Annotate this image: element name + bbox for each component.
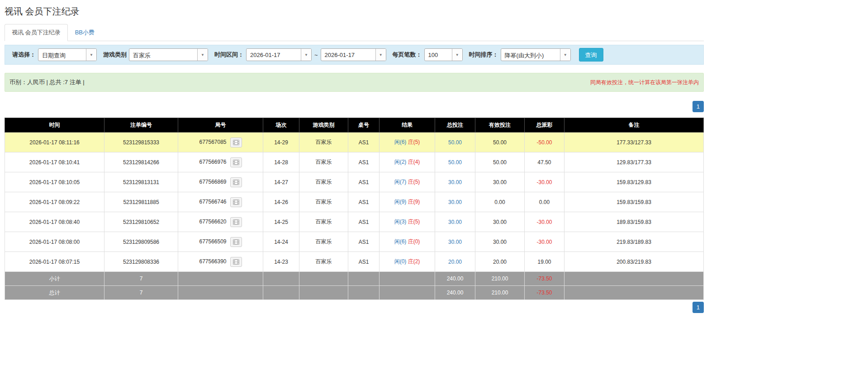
round-number: 677566746 — [199, 199, 226, 205]
column-header: 有效投注 — [475, 118, 525, 133]
video-replay-icon[interactable] — [230, 197, 242, 207]
page-1-button[interactable]: 1 — [693, 302, 704, 313]
pagination-top: 1 — [5, 101, 704, 112]
video-replay-icon[interactable] — [230, 138, 242, 147]
summary-label-cell: 小计 — [5, 272, 104, 286]
note-cell: 177.33/127.33 — [564, 133, 704, 152]
result-banker: 庄(4) — [408, 159, 420, 165]
total-bet-cell: 30.00 — [435, 212, 475, 232]
date-to-value: 2026-01-17 — [321, 49, 375, 61]
tab-betting-records[interactable]: 视讯 会员下注纪录 — [5, 24, 68, 41]
total-bet-cell: 50.00 — [435, 133, 475, 152]
payout-cell: -50.00 — [525, 133, 564, 152]
total-bet-link[interactable]: 20.00 — [448, 259, 462, 265]
note-cell: 189.83/159.83 — [564, 212, 704, 232]
caret-down-icon[interactable]: ▼ — [86, 49, 96, 61]
total-bet-link[interactable]: 30.00 — [448, 219, 462, 225]
valid-bet-cell: 50.00 — [475, 152, 525, 172]
filter-group-per-page: 每页笔数： 100 ▼ — [389, 48, 463, 61]
result-cell: 闲(6) 庄(0) — [379, 232, 435, 252]
bet-id-cell: 523129815333 — [104, 133, 178, 152]
filter-group-game-type: 游戏类别 百家乐 ▼ — [100, 48, 208, 61]
time-cell: 2026-01-17 08:07:15 — [5, 252, 104, 272]
table-row: 2026-01-17 08:07:15523129808336677566390… — [5, 252, 704, 272]
result-player: 闲(7) — [394, 179, 407, 185]
caret-down-icon[interactable]: ▼ — [452, 49, 462, 61]
sort-dropdown[interactable]: 降幂(由大到小) ▼ — [501, 48, 571, 61]
session-cell: 14-29 — [263, 133, 299, 152]
summary-valid-bet-cell: 210.00 — [475, 286, 525, 300]
per-page-label: 每页笔数： — [393, 51, 422, 59]
round-number: 677566620 — [199, 218, 226, 225]
round-cell: 677566390 — [178, 252, 263, 272]
summary-empty-cell — [379, 286, 435, 300]
per-page-value: 100 — [425, 49, 452, 61]
total-bet-link[interactable]: 50.00 — [448, 159, 462, 166]
game-type-cell: 百家乐 — [299, 192, 348, 212]
video-replay-icon[interactable] — [230, 177, 242, 187]
date-to-picker[interactable]: 2026-01-17 ▼ — [321, 48, 386, 61]
result-cell: 闲(3) 庄(5) — [379, 212, 435, 232]
sort-label: 时间排序： — [469, 51, 498, 59]
game-type-cell: 百家乐 — [299, 172, 348, 192]
total-bet-link[interactable]: 30.00 — [448, 199, 462, 205]
round-number: 677566509 — [199, 238, 226, 245]
column-header: 桌号 — [348, 118, 379, 133]
column-header: 总派彩 — [525, 118, 564, 133]
payout-cell: 47.50 — [525, 152, 564, 172]
video-replay-icon[interactable] — [230, 237, 242, 247]
main-container: 视讯 会员下注纪录 视讯 会员下注纪录 BB小费 请选择： 日期查询 ▼ 游戏类… — [5, 0, 704, 313]
game-type-dropdown[interactable]: 百家乐 ▼ — [129, 48, 208, 61]
summary-empty-cell — [263, 272, 299, 286]
total-bet-link[interactable]: 30.00 — [448, 239, 462, 245]
caret-down-icon[interactable]: ▼ — [375, 49, 386, 61]
summary-total-bet-cell: 240.00 — [435, 286, 475, 300]
table-row: 2026-01-17 08:08:00523129809586677566509… — [5, 232, 704, 252]
column-header: 游戏类别 — [299, 118, 348, 133]
session-cell: 14-28 — [263, 152, 299, 172]
time-cell: 2026-01-17 08:10:41 — [5, 152, 104, 172]
bet-id-cell: 523129809586 — [104, 232, 178, 252]
note-cell: 200.83/219.83 — [564, 252, 704, 272]
date-from-picker[interactable]: 2026-01-17 ▼ — [246, 48, 312, 61]
page-1-button[interactable]: 1 — [693, 101, 704, 112]
column-header: 场次 — [263, 118, 299, 133]
bet-id-cell: 523129808336 — [104, 252, 178, 272]
per-page-dropdown[interactable]: 100 ▼ — [424, 48, 463, 61]
filter-group-query-type: 请选择： 日期查询 ▼ — [9, 48, 97, 61]
bet-id-cell: 523129810652 — [104, 212, 178, 232]
table-no-cell: AS1 — [348, 172, 379, 192]
total-bet-cell: 30.00 — [435, 172, 475, 192]
filter-bar: 请选择： 日期查询 ▼ 游戏类别 百家乐 ▼ 时间区间： 2026-01-17 … — [5, 45, 704, 65]
round-number: 677566390 — [199, 258, 226, 265]
caret-down-icon[interactable]: ▼ — [301, 49, 311, 61]
tab-bb-tips[interactable]: BB小费 — [68, 24, 102, 41]
query-type-value: 日期查询 — [38, 49, 86, 61]
summary-payout-cell: -73.50 — [525, 286, 564, 300]
total-bet-link[interactable]: 50.00 — [448, 139, 462, 146]
video-replay-icon[interactable] — [230, 217, 242, 227]
result-banker: 庄(9) — [408, 199, 420, 205]
total-bet-cell: 50.00 — [435, 152, 475, 172]
caret-down-icon[interactable]: ▼ — [560, 49, 570, 61]
time-cell: 2026-01-17 08:11:16 — [5, 133, 104, 152]
valid-bet-notice-text: 同局有效投注，统一计算在该局第一张注单内 — [590, 79, 699, 86]
table-header-row: 时间注单编号局号场次游戏类别桌号结果总投注有效投注总派彩备注 — [5, 118, 704, 133]
table-no-cell: AS1 — [348, 232, 379, 252]
result-banker: 庄(2) — [408, 258, 420, 265]
filter-group-sort: 时间排序： 降幂(由大到小) ▼ — [465, 48, 571, 61]
total-bet-link[interactable]: 30.00 — [448, 179, 462, 185]
pagination-bottom: 1 — [5, 302, 704, 313]
session-cell: 14-23 — [263, 252, 299, 272]
caret-down-icon[interactable]: ▼ — [197, 49, 208, 61]
table-no-cell: AS1 — [348, 192, 379, 212]
summary-count-cell: 7 — [104, 272, 178, 286]
game-type-cell: 百家乐 — [299, 252, 348, 272]
video-replay-icon[interactable] — [230, 257, 242, 267]
search-button[interactable]: 查询 — [579, 48, 603, 62]
query-type-dropdown[interactable]: 日期查询 ▼ — [38, 48, 97, 61]
summary-total-bet-cell: 240.00 — [435, 272, 475, 286]
game-type-value: 百家乐 — [129, 49, 197, 61]
video-replay-icon[interactable] — [230, 157, 242, 167]
game-type-cell: 百家乐 — [299, 212, 348, 232]
